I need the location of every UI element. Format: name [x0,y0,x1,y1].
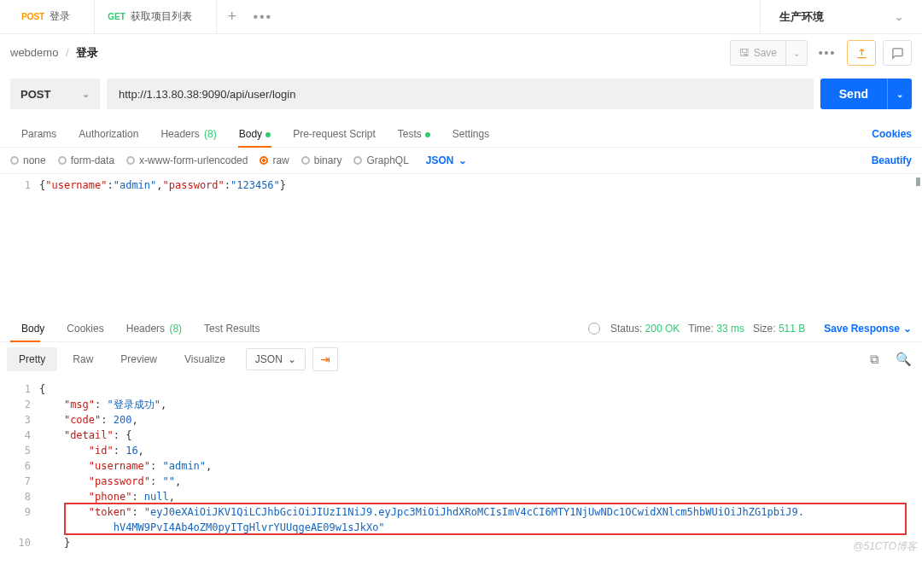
request-body-editor[interactable]: 1 {"username":"admin","password":"123456… [0,174,922,311]
tab-authorization[interactable]: Authorization [67,121,149,147]
globe-icon[interactable] [588,323,600,335]
environment-selector[interactable]: 生产环境 ⌄ [760,0,922,34]
resp-tab-body[interactable]: Body [10,316,55,341]
request-row: POST ⌄ Send ⌄ [0,72,922,116]
body-formdata[interactable]: form-data [58,154,114,166]
view-raw[interactable]: Raw [61,347,105,371]
comment-button[interactable] [883,40,912,66]
line-gutter: 123456789 10 [0,376,39,556]
request-tabs: Params Authorization Headers (8) Body Pr… [0,116,922,148]
chevron-down-icon: ⌄ [903,323,912,335]
chevron-down-icon: ⌄ [458,154,467,166]
title-bar: webdemo / 登录 🖫Save ⌄ ••• [0,34,922,72]
url-input[interactable] [107,79,814,109]
tab-body[interactable]: Body [228,121,282,147]
tab-label: 获取项目列表 [131,9,192,24]
line-gutter: 1 [0,174,39,311]
view-visualize[interactable]: Visualize [172,347,237,371]
chevron-down-icon: ⌄ [895,11,903,23]
minimap-icon [916,178,920,186]
response-format-select[interactable]: JSON⌄ [246,348,306,370]
view-pretty[interactable]: Pretty [7,347,57,371]
breadcrumb: webdemo / 登录 [10,45,98,61]
code-area[interactable]: { "msg": "登录成功", "code": 200, "detail": … [39,376,922,556]
view-mode-row: Pretty Raw Preview Visualize JSON⌄ ⇥ ⧉ 🔍 [0,341,922,376]
status-bar: Status: 200 OK Time: 33 ms Size: 511 B S… [588,323,912,335]
tab-label: 登录 [50,9,70,24]
view-preview[interactable]: Preview [108,347,169,371]
method-badge: POST [21,12,44,21]
body-raw[interactable]: raw [260,154,289,166]
wrap-lines-button[interactable]: ⇥ [312,347,338,371]
method-badge: GET [108,12,125,21]
beautify-link[interactable]: Beautify [872,154,912,166]
method-select[interactable]: POST ⌄ [10,79,100,109]
tab-login[interactable]: POST 登录 [9,0,95,34]
body-graphql[interactable]: GraphQL [353,154,408,166]
add-tab-button[interactable]: + [217,8,248,26]
resp-tab-cookies[interactable]: Cookies [55,316,114,341]
tab-settings[interactable]: Settings [441,121,500,147]
save-response-button[interactable]: Save Response ⌄ [824,323,912,335]
search-button[interactable]: 🔍 [891,347,915,371]
response-tabs: Body Cookies Headers (8) Test Results St… [0,311,922,341]
send-dropdown[interactable]: ⌄ [887,79,912,109]
more-actions-button[interactable]: ••• [814,40,840,66]
chevron-down-icon: ⌄ [288,353,296,365]
body-binary[interactable]: binary [301,154,342,166]
chevron-down-icon: ⌄ [82,89,90,100]
tab-projects[interactable]: GET 获取项目列表 [95,0,217,34]
body-xform[interactable]: x-www-form-urlencoded [126,154,248,166]
breadcrumb-root[interactable]: webdemo [10,46,58,59]
more-tabs-button[interactable]: ••• [248,9,278,25]
body-type-row: none form-data x-www-form-urlencoded raw… [0,148,922,174]
watermark: @51CTO博客 [853,539,917,554]
save-button[interactable]: 🖫Save ⌄ [730,40,808,66]
tab-prerequest[interactable]: Pre-request Script [282,121,387,147]
save-icon: 🖫 [739,47,750,59]
body-none[interactable]: none [10,154,46,166]
body-format-select[interactable]: JSON⌄ [426,154,467,166]
share-button[interactable] [847,40,876,66]
resp-tab-testresults[interactable]: Test Results [193,316,271,341]
breadcrumb-current: 登录 [76,46,98,59]
cookies-link[interactable]: Cookies [872,121,912,147]
tab-bar: POST 登录 GET 获取项目列表 + ••• 生产环境 ⌄ [0,0,922,34]
tab-headers[interactable]: Headers (8) [149,121,227,147]
response-body-editor[interactable]: 123456789 10 { "msg": "登录成功", "code": 20… [0,376,922,556]
copy-button[interactable]: ⧉ [862,347,886,371]
code-area[interactable]: {"username":"admin","password":"123456"} [39,174,922,311]
environment-label: 生产环境 [779,9,824,25]
tab-tests[interactable]: Tests [387,121,441,147]
send-button[interactable]: Send ⌄ [820,79,912,109]
tab-params[interactable]: Params [10,121,67,147]
resp-tab-headers[interactable]: Headers (8) [115,316,193,341]
save-dropdown[interactable]: ⌄ [785,41,807,65]
